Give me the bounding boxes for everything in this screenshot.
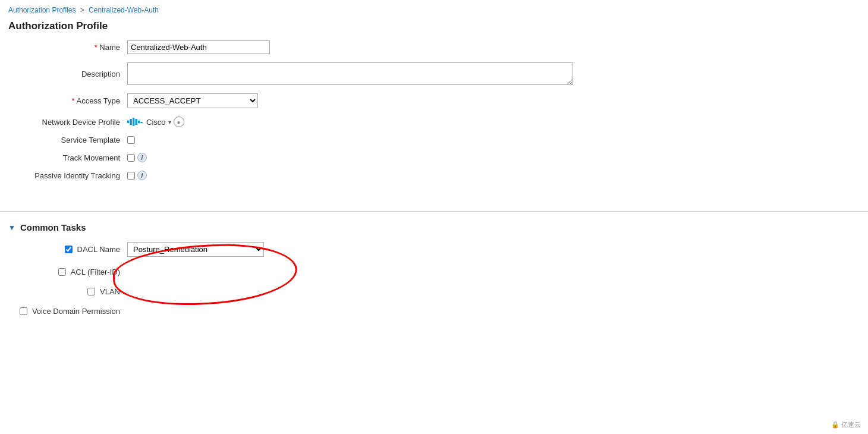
svg-rect-4 <box>138 121 140 123</box>
acl-row: ACL (Filter-ID) <box>8 268 860 276</box>
acl-label: ACL (Filter-ID) <box>71 268 120 276</box>
breadcrumb: Authorization Profiles > Centralized-Web… <box>0 0 868 18</box>
common-tasks-title: Common Tasks <box>20 222 86 232</box>
name-label: * Name <box>8 43 127 52</box>
svg-rect-5 <box>140 122 142 123</box>
service-template-label: Service Template <box>8 136 127 144</box>
section-divider <box>0 211 868 212</box>
globe-icon[interactable]: ● <box>174 117 184 127</box>
service-template-checkbox[interactable] <box>127 136 135 144</box>
vlan-label: VLAN <box>100 287 120 296</box>
svg-rect-3 <box>135 119 137 125</box>
form-section: * Name Description * Access Type ACCESS_… <box>0 40 868 200</box>
passive-identity-row: Passive Identity Tracking i <box>8 171 860 180</box>
breadcrumb-separator: > <box>80 6 84 14</box>
voice-domain-checkbox-area: Voice Domain Permission <box>8 307 127 316</box>
voice-domain-checkbox[interactable] <box>20 307 27 315</box>
dacl-checkbox[interactable] <box>65 246 73 253</box>
breadcrumb-parent-link[interactable]: Authorization Profiles <box>8 6 76 14</box>
track-movement-label: Track Movement <box>8 153 127 162</box>
dacl-name-row: DACL Name Posture_Remediation DENY_ALL_T… <box>8 242 860 257</box>
acl-checkbox-area: ACL (Filter-ID) <box>8 268 127 276</box>
collapse-arrow-icon[interactable]: ▼ <box>8 224 15 232</box>
network-device-profile-row: Network Device Profile Cisco ▾ ● <box>8 117 860 127</box>
track-movement-row: Track Movement i <box>8 153 860 162</box>
access-type-label: * Access Type <box>8 96 127 105</box>
svg-rect-0 <box>127 121 129 123</box>
service-template-row: Service Template <box>8 136 860 144</box>
name-row: * Name <box>8 40 860 54</box>
vlan-checkbox[interactable] <box>87 288 95 295</box>
voice-domain-row: Voice Domain Permission <box>8 307 860 316</box>
common-tasks-section: ▼ Common Tasks DACL Name Posture_Remedia… <box>0 222 868 316</box>
name-input[interactable] <box>127 40 270 54</box>
network-device-dropdown-arrow[interactable]: ▾ <box>168 119 171 125</box>
page-title: Authorization Profile <box>0 18 868 40</box>
common-tasks-header: ▼ Common Tasks <box>8 222 860 232</box>
network-device-profile-label: Network Device Profile <box>8 118 127 127</box>
dacl-select[interactable]: Posture_Remediation DENY_ALL_TRAFFIC PER… <box>127 242 264 257</box>
network-device-profile-control: Cisco ▾ ● <box>127 117 184 127</box>
breadcrumb-current: Centralized-Web-Auth <box>89 6 159 14</box>
svg-rect-1 <box>130 119 131 125</box>
description-textarea[interactable] <box>127 62 573 85</box>
description-label: Description <box>8 70 127 78</box>
access-type-row: * Access Type ACCESS_ACCEPT ACCESS_REJEC… <box>8 93 860 108</box>
vlan-checkbox-area: VLAN <box>8 287 127 296</box>
passive-identity-info-icon[interactable]: i <box>137 171 147 180</box>
dacl-control: Posture_Remediation DENY_ALL_TRAFFIC PER… <box>127 242 264 257</box>
voice-domain-label: Voice Domain Permission <box>32 307 120 316</box>
dacl-checkbox-area: DACL Name <box>8 245 127 254</box>
passive-identity-label: Passive Identity Tracking <box>8 171 127 180</box>
track-movement-checkbox[interactable] <box>127 154 135 162</box>
description-row: Description <box>8 62 860 85</box>
svg-rect-2 <box>133 118 134 125</box>
passive-identity-checkbox[interactable] <box>127 172 135 180</box>
acl-checkbox[interactable] <box>58 268 66 276</box>
vlan-row: VLAN <box>8 287 860 296</box>
track-movement-info-icon[interactable]: i <box>137 153 147 162</box>
dacl-label: DACL Name <box>77 245 120 254</box>
cisco-text: Cisco <box>146 118 166 127</box>
cisco-logo-icon <box>127 117 144 127</box>
access-type-select[interactable]: ACCESS_ACCEPT ACCESS_REJECT <box>127 93 258 108</box>
